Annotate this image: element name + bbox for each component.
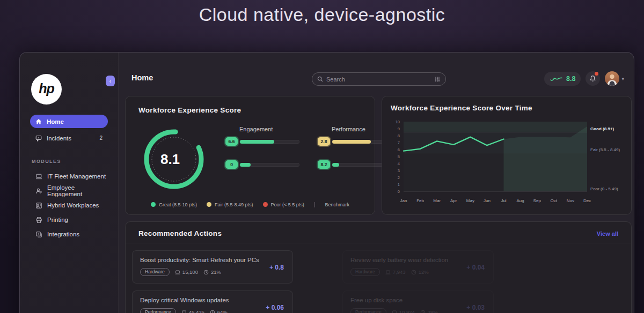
avatar (605, 71, 619, 86)
sidebar-item-home[interactable]: Home (30, 115, 108, 128)
action-delta: + 0.06 (266, 304, 284, 311)
sidebar-item-label: Incidents (47, 135, 71, 141)
action-card[interactable]: Free up disk space + 0.03 Performance 10… (342, 290, 494, 313)
great-dot-icon (151, 202, 156, 207)
action-title: Boost productivity: Smart Refresh your P… (140, 257, 285, 263)
sidebar-item-printing[interactable]: Printing (35, 213, 111, 227)
legend-label: Great (8.5-10 pts) (159, 202, 197, 207)
sidebar-item-hybrid-workplaces[interactable]: Hybrid Workplaces (35, 198, 111, 212)
benchmark-label: Benchmark (325, 202, 349, 207)
performance-slider-2[interactable]: 8.2 (318, 160, 392, 169)
svg-text:Dec: Dec (583, 198, 591, 203)
header-score-value: 8.8 (566, 75, 575, 83)
filter-icon[interactable] (434, 76, 441, 83)
score-chip[interactable]: 8.8 (544, 72, 581, 86)
svg-text:Good (8.5+): Good (8.5+) (590, 126, 614, 131)
action-card[interactable]: Boost productivity: Smart Refresh your P… (132, 250, 293, 284)
action-card[interactable]: Deploy critical Windows updates + 0.06 P… (132, 290, 293, 313)
device-count-value: 45,435 (189, 309, 204, 313)
sidebar-item-label: Integrations (47, 231, 79, 237)
chevron-left-icon: ‹ (109, 78, 111, 84)
action-meta: Hardware 15,100 21% (140, 268, 285, 276)
header-right: 8.8 ▾ (544, 71, 624, 86)
engagement-slider-2[interactable]: 0 (225, 160, 299, 169)
impact-percent-value: 21% (211, 269, 221, 275)
chart-card-title: Workforce Experience Score Over Time (391, 104, 623, 112)
slider-value-pill[interactable]: 8.2 (318, 160, 330, 169)
svg-text:0: 0 (398, 189, 400, 194)
impact-percent-value: 12% (419, 269, 429, 275)
person-icon (35, 188, 42, 195)
action-delta: + 0.03 (466, 304, 485, 311)
dashboard-window: hp ‹ Home Incidents 2 MODULES (19, 52, 634, 313)
svg-text:Sep: Sep (533, 198, 541, 203)
bell-icon (589, 75, 596, 82)
view-all-link[interactable]: View all (597, 230, 618, 237)
svg-text:7: 7 (398, 140, 400, 145)
svg-text:Mar: Mar (433, 198, 441, 203)
score-card-title: Workforce Experience Score (138, 106, 362, 114)
action-delta: + 0.04 (466, 264, 485, 271)
slider-fill (240, 140, 274, 144)
legend-separator: | (314, 202, 316, 207)
user-menu[interactable]: ▾ (605, 71, 624, 86)
sidebar-item-it-fleet-management[interactable]: IT Fleet Management (35, 169, 111, 183)
workforce-score-card: Workforce Experience Score 8.1 Engagemen… (125, 96, 375, 215)
device-count: 15,100 (175, 269, 198, 275)
search-input[interactable] (326, 76, 431, 83)
svg-text:May: May (466, 198, 474, 203)
sidebar-item-label: Printing (47, 217, 68, 223)
slider-value-pill[interactable]: 6.6 (225, 137, 238, 146)
svg-text:6: 6 (398, 147, 400, 152)
svg-text:Fair (5.5 - 8.49): Fair (5.5 - 8.49) (590, 147, 620, 152)
slider-value-pill[interactable]: 0 (225, 160, 238, 169)
banner: Cloud native, device-agnostic (0, 0, 644, 52)
search-bar[interactable] (312, 72, 446, 86)
action-title: Deploy critical Windows updates (140, 297, 285, 303)
action-meta: Hardware 7,943 12% (350, 268, 486, 276)
engagement-slider-1[interactable]: 6.6 (225, 137, 299, 146)
impact-percent: 12% (411, 269, 429, 275)
impact-percent: 21% (203, 269, 221, 275)
svg-text:Nov: Nov (567, 198, 574, 203)
workspace-icon (35, 202, 42, 209)
slider-value-pill[interactable]: 2.8 (318, 137, 330, 146)
sidebar-item-integrations[interactable]: Integrations (35, 227, 111, 241)
printer-icon (35, 217, 42, 223)
svg-text:1: 1 (398, 182, 400, 187)
svg-text:Jan: Jan (400, 198, 407, 203)
actions-header: Recommended Actions View all (126, 222, 631, 243)
svg-text:3: 3 (398, 168, 400, 173)
action-card[interactable]: Review early battery wear detection + 0.… (342, 250, 494, 284)
slider-fill (240, 163, 251, 167)
laptop-icon (35, 173, 42, 180)
score-over-time-chart: 012345678910JanFebMarAprMayJunJulAugSepO… (391, 115, 624, 214)
performance-slider-1[interactable]: 2.8 (318, 137, 392, 146)
sidebar-collapse-button[interactable]: ‹ (106, 76, 115, 86)
device-count-value: 7,943 (393, 269, 406, 275)
actions-grid: Boost productivity: Smart Refresh your P… (126, 243, 631, 313)
hp-logo-text: hp (39, 81, 54, 98)
slider-fill (332, 140, 371, 144)
slider-track (239, 140, 299, 144)
action-tag: Hardware (140, 268, 170, 276)
action-tag: Performance (350, 308, 386, 313)
notification-dot (595, 72, 598, 76)
slider-track (239, 163, 299, 167)
laptop-icon (385, 270, 391, 275)
fair-dot-icon (207, 202, 211, 207)
svg-text:9: 9 (398, 126, 400, 131)
sidebar-item-employee-engagement[interactable]: Employee Engagement (35, 184, 111, 198)
score-gauge-value: 8.1 (141, 126, 207, 192)
device-count: 10,924 (392, 309, 415, 313)
svg-text:8: 8 (398, 133, 400, 138)
main-header: Home 8.8 (124, 69, 628, 89)
score-card-body: 8.1 Engagement 6.6 0 Performance 2.8 (138, 126, 362, 192)
slider-fill (332, 163, 339, 167)
svg-text:Aug: Aug (517, 198, 524, 203)
impact-percent: 39% (420, 309, 438, 313)
notifications-button[interactable] (586, 71, 600, 86)
incidents-badge: 2 (99, 135, 103, 141)
sidebar-item-incidents[interactable]: Incidents 2 (30, 131, 108, 145)
clock-icon (420, 310, 426, 313)
